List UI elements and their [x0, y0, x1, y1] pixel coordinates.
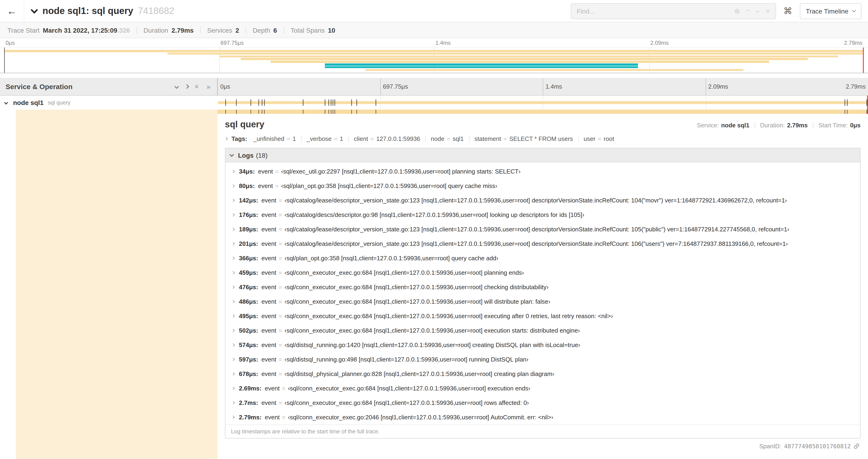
- tag-equals: =: [503, 135, 507, 142]
- chevron-right-icon: [232, 184, 235, 188]
- detail-span-bar[interactable]: [217, 110, 868, 114]
- minimap-canvas[interactable]: [0, 47, 868, 73]
- ruler-tick: 1.4ms: [543, 78, 562, 95]
- log-marker-tick: [351, 110, 352, 114]
- collapse-one-icon[interactable]: [175, 84, 179, 89]
- span-tag: _verbose=1: [307, 135, 343, 142]
- log-entry[interactable]: 142μs:event=‹sql/catalog/lease/descripto…: [232, 193, 855, 207]
- log-marker-tick: [375, 110, 376, 114]
- log-entry[interactable]: 597μs:event=‹sql/distsql_running.go:498 …: [232, 352, 855, 367]
- log-marker-tick: [331, 99, 331, 106]
- log-field-value: ‹sql/conn_executor_exec.go:684 [nsql1,cl…: [288, 385, 530, 392]
- log-field-key: event: [261, 255, 276, 262]
- ruler-tick-label: 2.79ms: [846, 83, 868, 90]
- log-entry[interactable]: 2.69ms:event=‹sql/conn_executor_exec.go:…: [232, 381, 855, 396]
- logs-header[interactable]: Logs (18): [225, 148, 860, 162]
- keyboard-shortcuts-button[interactable]: ⌘: [783, 6, 792, 15]
- start-time-value: 0μs: [850, 122, 861, 129]
- ruler-tick: 2.09ms: [705, 78, 728, 95]
- log-field-value: ‹sql/catalog/descs/descriptor.go:98 [nsq…: [284, 211, 584, 219]
- log-field-key: event: [261, 240, 276, 248]
- detail-operation-title: sql query: [225, 120, 265, 130]
- span-link-icon[interactable]: [854, 443, 860, 449]
- trace-info-item: Total Spans10: [290, 26, 335, 34]
- span-row-name-cell[interactable]: node sql1 sql query: [0, 96, 217, 110]
- tag-key: node: [431, 135, 444, 142]
- log-marker-tick: [357, 99, 357, 106]
- log-entry[interactable]: 366μs:event=‹sql/plan_opt.go:358 [nsql1,…: [232, 251, 855, 265]
- command-icon: ⌘: [783, 6, 792, 16]
- log-marker-tick: [236, 110, 237, 114]
- expand-one-icon[interactable]: [185, 84, 189, 89]
- ruler-tick-label: 697.75μs: [380, 83, 408, 90]
- span-id-row: SpanID: 4877749850101760812: [225, 443, 861, 450]
- log-marker-tick: [845, 99, 845, 106]
- log-field-value: ‹sql/catalog/lease/descriptor_version_st…: [284, 197, 787, 204]
- tag-separator: [301, 135, 302, 142]
- trace-info-separator: [246, 27, 246, 34]
- log-equals: =: [279, 240, 282, 248]
- span-tag: _unfinished=1: [253, 135, 296, 142]
- log-entry[interactable]: 476μs:event=‹sql/conn_executor_exec.go:6…: [232, 280, 855, 294]
- start-time-label: Start Time:: [818, 122, 848, 129]
- log-entry[interactable]: 678μs:event=‹sql/distsql_physical_planne…: [232, 367, 855, 381]
- span-expander-icon[interactable]: [4, 101, 8, 105]
- log-field-key: event: [261, 197, 276, 204]
- trace-info-item: Trace StartMarch 31 2022, 17:25:09.326: [7, 26, 130, 34]
- log-marker-tick: [251, 110, 251, 114]
- log-entry[interactable]: 189μs:event=‹sql/catalog/lease/descripto…: [232, 222, 855, 236]
- log-field-value: ‹sql/catalog/lease/descriptor_version_st…: [284, 240, 788, 248]
- trace-view-dropdown[interactable]: Trace Timeline: [800, 3, 862, 19]
- trace-id-short: 7418682: [138, 6, 174, 16]
- log-entry[interactable]: 2.7ms:event=‹sql/conn_executor_exec.go:6…: [232, 396, 855, 410]
- tags-accordion[interactable]: Tags: _unfinished=1_verbose=1client=127.…: [225, 135, 861, 142]
- tag-value: sql1: [453, 135, 464, 142]
- expand-all-icon[interactable]: »: [207, 83, 211, 90]
- tag-value: 127.0.0.1:59936: [376, 135, 420, 142]
- next-result-icon[interactable]: [756, 9, 759, 12]
- minimap-drag-handle[interactable]: [4, 47, 5, 73]
- trace-header-collapse-button[interactable]: [32, 9, 37, 12]
- log-entry[interactable]: 574μs:event=‹sql/distsql_running.go:1420…: [232, 338, 855, 352]
- ruler-tick-label: 0μs: [218, 83, 230, 90]
- chevron-right-icon: [232, 300, 235, 303]
- zoom-to-match-icon[interactable]: ⊕: [734, 7, 740, 14]
- minimap-span: [271, 61, 769, 63]
- log-entry[interactable]: 201μs:event=‹sql/catalog/lease/descripto…: [232, 236, 855, 251]
- log-field-key: event: [261, 341, 276, 349]
- span-tag: statement=SELECT * FROM users: [474, 135, 573, 142]
- chevron-right-icon: [232, 343, 235, 347]
- span-tags-list: _unfinished=1_verbose=1client=127.0.0.1:…: [253, 135, 614, 142]
- chevron-right-icon: [232, 257, 235, 260]
- log-equals: =: [279, 327, 282, 334]
- back-button[interactable]: ←: [0, 0, 24, 22]
- clear-search-icon[interactable]: ×: [766, 7, 770, 14]
- log-entry[interactable]: 486μs:event=‹sql/conn_executor_exec.go:6…: [232, 294, 855, 309]
- log-entry[interactable]: 80μs:event=‹sql/plan_opt.go:358 [nsql1,c…: [232, 179, 855, 193]
- trace-info-bar: Trace StartMarch 31 2022, 17:25:09.326Du…: [0, 22, 868, 38]
- log-field-value: ‹sql/distsql_physical_planner.go:828 [ns…: [284, 370, 554, 378]
- log-entry[interactable]: 459μs:event=‹sql/conn_executor_exec.go:6…: [232, 265, 855, 280]
- previous-result-icon[interactable]: [747, 9, 750, 12]
- log-entry[interactable]: 495μs:event=‹sql/conn_executor_exec.go:6…: [232, 309, 855, 323]
- log-marker-tick: [847, 99, 848, 106]
- minimap-axis-label: 2.79ms: [844, 40, 864, 46]
- find-input[interactable]: [571, 3, 728, 19]
- log-entry[interactable]: 34μs:event=‹sql/exec_util.go:2297 [nsql1…: [232, 164, 855, 179]
- log-equals: =: [279, 341, 282, 349]
- chevron-right-icon: [232, 387, 235, 390]
- span-duration-bar[interactable]: [218, 101, 867, 104]
- log-marker-tick: [329, 110, 329, 114]
- log-field-value: ‹sql/conn_executor_exec.go:684 [nsql1,cl…: [284, 283, 549, 291]
- log-entry[interactable]: 502μs:event=‹sql/conn_executor_exec.go:6…: [232, 323, 855, 338]
- log-field-value: ‹sql/conn_executor_exec.go:684 [nsql1,cl…: [284, 327, 580, 334]
- collapse-all-icon[interactable]: »: [194, 85, 201, 89]
- log-equals: =: [279, 356, 282, 363]
- find-controls: ⊕ ×: [729, 7, 776, 14]
- log-entry[interactable]: 176μs:event=‹sql/catalog/descs/descripto…: [232, 207, 855, 222]
- log-field-key: event: [261, 312, 276, 320]
- chevron-right-icon: [232, 170, 235, 173]
- log-entry[interactable]: 2.79ms:event=‹sql/conn_executor_exec.go:…: [232, 410, 855, 424]
- log-marker-tick: [335, 110, 335, 114]
- log-equals: =: [279, 255, 282, 262]
